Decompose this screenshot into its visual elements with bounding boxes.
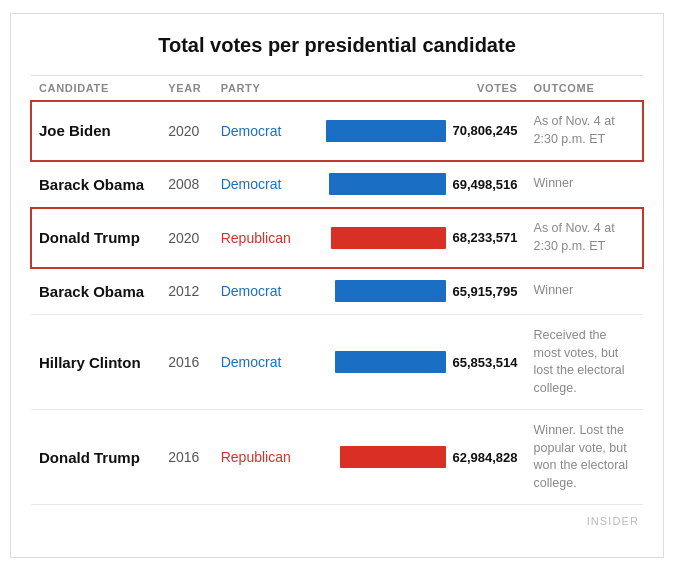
votes-cell: 68,233,571 [305,208,526,268]
year: 2016 [160,315,213,410]
party: Democrat [213,268,305,315]
vote-bar [331,227,446,249]
candidate-name: Donald Trump [31,208,160,268]
party: Democrat [213,101,305,161]
outcome: As of Nov. 4 at 2:30 p.m. ET [526,101,643,161]
outcome: Winner. Lost the popular vote, but won t… [526,410,643,505]
col-header-votes: VOTES [305,76,526,101]
party: Democrat [213,161,305,208]
vote-bar [335,351,446,373]
vote-number: 65,915,795 [452,284,517,299]
col-header-year: YEAR [160,76,213,101]
year: 2012 [160,268,213,315]
vote-number: 70,806,245 [452,123,517,138]
vote-number: 62,984,828 [452,450,517,465]
outcome: Received the most votes, but lost the el… [526,315,643,410]
outcome: As of Nov. 4 at 2:30 p.m. ET [526,208,643,268]
party: Republican [213,410,305,505]
year: 2020 [160,101,213,161]
table-row: Donald Trump2016Republican62,984,828Winn… [31,410,643,505]
year: 2016 [160,410,213,505]
vote-number: 65,853,514 [452,355,517,370]
outcome: Winner [526,268,643,315]
votes-table: CANDIDATE YEAR PARTY VOTES OUTCOME Joe B… [31,75,643,505]
page-title: Total votes per presidential candidate [31,34,643,57]
year: 2008 [160,161,213,208]
vote-number: 69,498,516 [452,177,517,192]
table-row: Hillary Clinton2016Democrat65,853,514Rec… [31,315,643,410]
candidate-name: Donald Trump [31,410,160,505]
table-row: Donald Trump2020Republican68,233,571As o… [31,208,643,268]
outcome: Winner [526,161,643,208]
vote-bar [340,446,446,468]
main-container: Total votes per presidential candidate C… [10,13,664,558]
candidate-name: Hillary Clinton [31,315,160,410]
votes-cell: 69,498,516 [305,161,526,208]
vote-number: 68,233,571 [452,230,517,245]
year: 2020 [160,208,213,268]
col-header-party: PARTY [213,76,305,101]
vote-bar [329,173,446,195]
candidate-name: Barack Obama [31,161,160,208]
votes-cell: 62,984,828 [305,410,526,505]
party: Republican [213,208,305,268]
votes-cell: 65,853,514 [305,315,526,410]
col-header-outcome: OUTCOME [526,76,643,101]
table-row: Barack Obama2008Democrat69,498,516Winner [31,161,643,208]
col-header-candidate: CANDIDATE [31,76,160,101]
votes-cell: 70,806,245 [305,101,526,161]
vote-bar [335,280,446,302]
party: Democrat [213,315,305,410]
candidate-name: Barack Obama [31,268,160,315]
table-row: Joe Biden2020Democrat70,806,245As of Nov… [31,101,643,161]
vote-bar [326,120,446,142]
votes-cell: 65,915,795 [305,268,526,315]
brand-label: INSIDER [31,515,643,527]
table-row: Barack Obama2012Democrat65,915,795Winner [31,268,643,315]
candidate-name: Joe Biden [31,101,160,161]
